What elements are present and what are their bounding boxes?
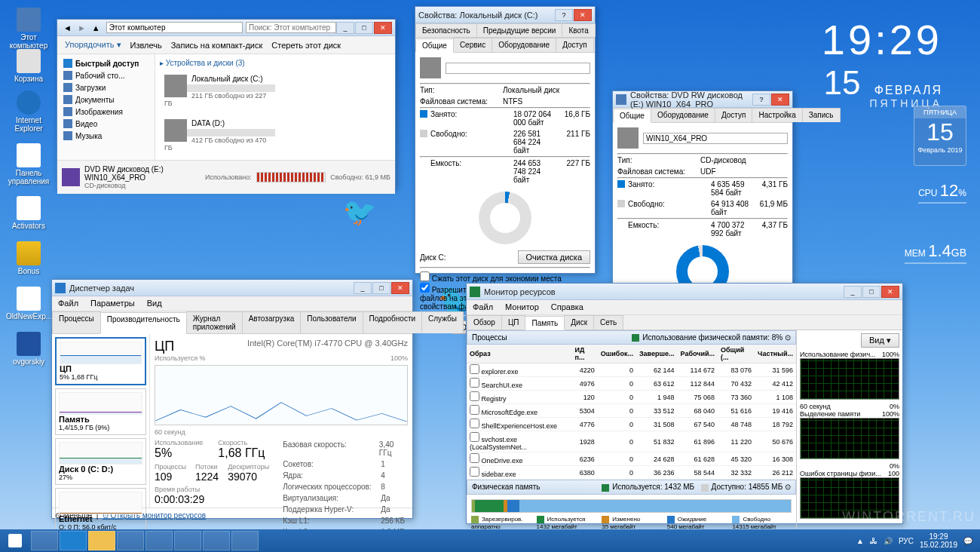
volume-name-input[interactable] bbox=[643, 133, 788, 144]
perf-disk[interactable]: Диск 0 (C: D:)27% bbox=[55, 438, 146, 485]
lang-indicator[interactable]: РУС bbox=[899, 537, 914, 545]
tab-security[interactable]: Безопасность bbox=[415, 23, 477, 37]
column-header[interactable]: Ошибок... bbox=[598, 345, 636, 363]
view-button[interactable]: Вид ▾ bbox=[861, 333, 899, 348]
tray-clock[interactable]: 19:2915.02.2019 bbox=[920, 532, 957, 549]
maximize-button[interactable]: □ bbox=[355, 22, 373, 34]
task-explorer[interactable] bbox=[88, 531, 115, 550]
process-row[interactable]: OneDrive.exe6236024 62861 62845 32016 30… bbox=[467, 452, 796, 466]
process-checkbox[interactable] bbox=[470, 405, 479, 415]
volume-icon[interactable]: 🔊 bbox=[884, 537, 893, 545]
task-edge[interactable] bbox=[174, 531, 201, 550]
minimize-button[interactable]: _ bbox=[844, 286, 862, 298]
help-button[interactable]: ? bbox=[555, 9, 573, 21]
task-store[interactable] bbox=[117, 531, 144, 550]
back-icon[interactable]: ◄ bbox=[63, 23, 72, 32]
tray-icon[interactable]: ▲ bbox=[856, 537, 864, 545]
process-row[interactable]: Registry12001 94875 06873 3601 108 bbox=[467, 391, 796, 404]
drive-c[interactable]: Локальный диск (C:) 211 ГБ свободно из 2… bbox=[161, 72, 278, 110]
process-row[interactable]: sidebar.exe6380036 23658 54432 33226 212 bbox=[467, 466, 796, 480]
tab-customize[interactable]: Настройка bbox=[752, 108, 802, 122]
menu-view[interactable]: Вид bbox=[141, 296, 168, 311]
close-button[interactable]: ✕ bbox=[771, 94, 789, 106]
tab-network[interactable]: Сеть bbox=[593, 315, 623, 330]
column-header[interactable]: Частный... bbox=[755, 345, 796, 363]
minimize-button[interactable]: _ bbox=[336, 22, 354, 34]
process-checkbox[interactable] bbox=[470, 378, 479, 388]
close-button[interactable]: ✕ bbox=[374, 22, 392, 34]
tab-services[interactable]: Службы bbox=[421, 311, 464, 333]
menu-monitor[interactable]: Монитор bbox=[499, 300, 545, 314]
maximize-button[interactable]: □ bbox=[862, 286, 880, 298]
menu-help[interactable]: Справка bbox=[545, 300, 590, 314]
nav-videos[interactable]: Видео bbox=[60, 118, 152, 130]
perf-memory[interactable]: Память1,4/15,9 ГБ (9%) bbox=[55, 388, 146, 435]
tab-apphistory[interactable]: Журнал приложений bbox=[186, 311, 243, 333]
task-ie[interactable] bbox=[60, 531, 87, 550]
perf-cpu[interactable]: ЦП5% 1,68 ГГц bbox=[55, 337, 146, 385]
process-checkbox[interactable] bbox=[470, 391, 479, 401]
cleanup-button[interactable]: Очистка диска bbox=[518, 250, 590, 264]
column-header[interactable]: ИД п... bbox=[572, 345, 598, 363]
nav-quickaccess[interactable]: Быстрый доступ bbox=[60, 57, 152, 69]
compress-checkbox[interactable]: Сжать этот диск для экономии места bbox=[420, 274, 562, 283]
forward-icon[interactable]: ► bbox=[78, 23, 86, 32]
nav-pictures[interactable]: Изображения bbox=[60, 106, 152, 118]
minimize-button[interactable]: _ bbox=[354, 282, 372, 294]
tab-quota[interactable]: Квота bbox=[562, 23, 595, 37]
volume-name-input[interactable] bbox=[446, 63, 590, 74]
tab-cpu[interactable]: ЦП bbox=[501, 315, 526, 330]
notifications-icon[interactable]: 💬 bbox=[963, 537, 972, 545]
close-button[interactable]: ✕ bbox=[574, 9, 592, 21]
process-row[interactable]: SearchUI.exe4976063 612112 84470 43242 4… bbox=[467, 377, 796, 391]
desktop-icon-oldnew[interactable]: OldNewExp... bbox=[6, 287, 51, 320]
desktop-icon-activators[interactable]: Activators bbox=[6, 196, 51, 230]
column-header[interactable]: Заверше... bbox=[636, 345, 678, 363]
tab-details[interactable]: Подробности bbox=[363, 311, 422, 333]
process-row[interactable]: explorer.exe4220062 144114 67283 07631 5… bbox=[467, 363, 796, 377]
process-checkbox[interactable] bbox=[470, 432, 479, 442]
explorer-titlebar[interactable]: ◄ ► ▲ _ □ ✕ bbox=[57, 20, 395, 36]
drive-d[interactable]: DATA (D:) 412 ГБ свободно из 470 ГБ bbox=[161, 116, 278, 155]
task-mail[interactable] bbox=[145, 531, 173, 550]
tab-memory[interactable]: Память bbox=[525, 316, 565, 330]
menu-file[interactable]: Файл bbox=[52, 296, 84, 311]
process-checkbox[interactable] bbox=[470, 364, 479, 374]
processes-section[interactable]: Процессы Использование физической памяти… bbox=[467, 330, 796, 345]
desktop-icon-bonus[interactable]: Bonus bbox=[6, 241, 51, 275]
tab-users[interactable]: Пользователи bbox=[300, 311, 363, 333]
process-checkbox[interactable] bbox=[470, 467, 479, 477]
menu-erase[interactable]: Стереть этот диск bbox=[267, 41, 345, 50]
desktop-icon-ie[interactable]: Internet Explorer bbox=[6, 90, 51, 133]
maximize-button[interactable]: □ bbox=[372, 282, 390, 294]
memory-section[interactable]: Физическая память Используется: 1432 МБ … bbox=[467, 480, 796, 494]
tab-tools[interactable]: Сервис bbox=[453, 38, 492, 52]
task-opera[interactable] bbox=[203, 531, 230, 550]
nav-desktop[interactable]: Рабочий сто... bbox=[60, 69, 152, 81]
desktop-icon-ovgorskiy[interactable]: ovgorskiy bbox=[6, 332, 51, 366]
column-header[interactable]: Образ bbox=[467, 345, 572, 363]
close-button[interactable]: ✕ bbox=[391, 282, 409, 294]
menu-burn[interactable]: Запись на компакт-диск bbox=[167, 41, 268, 50]
search-input[interactable] bbox=[246, 22, 336, 33]
desktop-icon-cpanel[interactable]: Панель управления bbox=[6, 143, 51, 186]
nav-music[interactable]: Музыка bbox=[60, 130, 152, 142]
tab-hardware[interactable]: Оборудование bbox=[492, 38, 556, 52]
start-button[interactable] bbox=[0, 529, 30, 552]
process-checkbox[interactable] bbox=[470, 453, 479, 463]
tab-processes[interactable]: Процессы bbox=[52, 311, 101, 333]
tab-hardware[interactable]: Оборудование bbox=[651, 108, 715, 122]
tab-overview[interactable]: Обзор bbox=[467, 315, 502, 330]
tab-recording[interactable]: Запись bbox=[802, 108, 841, 122]
tab-prev[interactable]: Предыдущие версии bbox=[476, 23, 563, 37]
tab-general[interactable]: Общие bbox=[415, 38, 454, 53]
tab-sharing[interactable]: Доступ bbox=[715, 108, 753, 122]
menu-organize[interactable]: Упорядочить ▾ bbox=[60, 40, 126, 50]
process-row[interactable]: svchost.exe (LocalSystemNet...1928051 83… bbox=[467, 431, 796, 452]
section-header[interactable]: ▸ Устройства и диски (3) bbox=[158, 57, 392, 69]
task-app[interactable] bbox=[231, 531, 259, 550]
network-icon[interactable]: 🖧 bbox=[870, 537, 877, 545]
process-row[interactable]: ShellExperienceHost.exe4776031 50867 540… bbox=[467, 418, 796, 431]
taskview-button[interactable] bbox=[31, 531, 58, 550]
tab-sharing[interactable]: Доступ bbox=[556, 38, 594, 52]
